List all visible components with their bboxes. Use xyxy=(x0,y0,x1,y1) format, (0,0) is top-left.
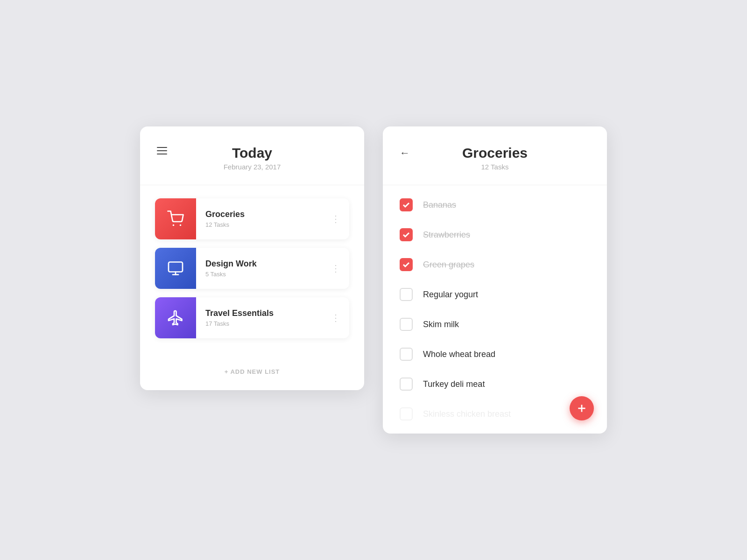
groceries-panel: ← Groceries 12 Tasks Bananas Strawberrie… xyxy=(383,126,607,434)
add-task-fab[interactable] xyxy=(570,396,594,420)
svg-point-1 xyxy=(180,224,182,226)
groceries-card-subtitle: 12 Tasks xyxy=(205,221,313,228)
task-item-strawberries[interactable]: Strawberries xyxy=(383,220,607,250)
groceries-title: Groceries xyxy=(462,145,528,161)
today-title: Today xyxy=(232,145,272,161)
task-item-turkey-deli-meat[interactable]: Turkey deli meat xyxy=(383,369,607,399)
checkbox-skim-milk[interactable] xyxy=(400,318,413,331)
today-panel: Today February 23, 2017 Groceries 12 Tas… xyxy=(140,126,364,390)
menu-button[interactable] xyxy=(157,147,167,154)
checkbox-whole-wheat-bread[interactable] xyxy=(400,348,413,361)
design-card-title: Design Work xyxy=(205,259,313,269)
add-new-list-button[interactable]: + ADD NEW LIST xyxy=(140,360,364,390)
plus-icon xyxy=(576,402,588,414)
monitor-icon xyxy=(167,260,184,277)
task-label-bananas: Bananas xyxy=(423,200,456,210)
travel-card-subtitle: 17 Tasks xyxy=(205,320,313,327)
task-item-bananas[interactable]: Bananas xyxy=(383,190,607,220)
task-label-turkey-deli-meat: Turkey deli meat xyxy=(423,379,485,389)
list-card-groceries[interactable]: Groceries 12 Tasks ⋮ xyxy=(155,198,349,239)
plane-icon xyxy=(167,309,184,326)
groceries-header: ← Groceries 12 Tasks xyxy=(383,126,607,185)
tasks-list: Bananas Strawberries Green grapes Regula… xyxy=(383,185,607,434)
travel-icon-bg xyxy=(155,297,196,338)
task-label-green-grapes: Green grapes xyxy=(423,260,474,270)
groceries-more-button[interactable]: ⋮ xyxy=(323,213,349,224)
checkbox-turkey-deli-meat[interactable] xyxy=(400,378,413,391)
groceries-card-title: Groceries xyxy=(205,210,313,219)
design-card-content: Design Work 5 Tasks xyxy=(196,259,323,278)
checkbox-skinless-chicken[interactable] xyxy=(400,407,413,420)
list-card-travel[interactable]: Travel Essentials 17 Tasks ⋮ xyxy=(155,297,349,338)
back-button[interactable]: ← xyxy=(400,147,410,159)
travel-card-content: Travel Essentials 17 Tasks xyxy=(196,308,323,327)
task-label-skim-milk: Skim milk xyxy=(423,320,459,329)
task-item-green-grapes[interactable]: Green grapes xyxy=(383,250,607,280)
travel-more-button[interactable]: ⋮ xyxy=(323,312,349,323)
task-label-skinless-chicken: Skinless chicken breast xyxy=(423,409,511,419)
task-label-whole-wheat-bread: Whole wheat bread xyxy=(423,350,495,359)
task-item-whole-wheat-bread[interactable]: Whole wheat bread xyxy=(383,339,607,369)
svg-rect-2 xyxy=(169,262,183,272)
tasks-count: 12 Tasks xyxy=(481,163,509,171)
cart-icon xyxy=(167,210,184,227)
svg-point-0 xyxy=(173,224,175,226)
groceries-icon-bg xyxy=(155,198,196,239)
today-date: February 23, 2017 xyxy=(224,163,281,171)
today-header: Today February 23, 2017 xyxy=(140,126,364,185)
task-label-regular-yogurt: Regular yogurt xyxy=(423,290,478,300)
list-cards-container: Groceries 12 Tasks ⋮ Design Work 5 Tasks xyxy=(140,185,364,360)
design-more-button[interactable]: ⋮ xyxy=(323,263,349,274)
checkbox-regular-yogurt[interactable] xyxy=(400,288,413,301)
groceries-card-content: Groceries 12 Tasks xyxy=(196,210,323,228)
travel-card-title: Travel Essentials xyxy=(205,308,313,318)
design-icon-bg xyxy=(155,248,196,289)
design-card-subtitle: 5 Tasks xyxy=(205,271,313,278)
checkbox-green-grapes[interactable] xyxy=(400,258,413,271)
checkbox-strawberries[interactable] xyxy=(400,228,413,241)
task-item-skim-milk[interactable]: Skim milk xyxy=(383,309,607,339)
hamburger-icon xyxy=(157,147,167,154)
checkbox-bananas[interactable] xyxy=(400,198,413,211)
list-card-design[interactable]: Design Work 5 Tasks ⋮ xyxy=(155,248,349,289)
task-label-strawberries: Strawberries xyxy=(423,230,470,240)
task-item-regular-yogurt[interactable]: Regular yogurt xyxy=(383,280,607,309)
